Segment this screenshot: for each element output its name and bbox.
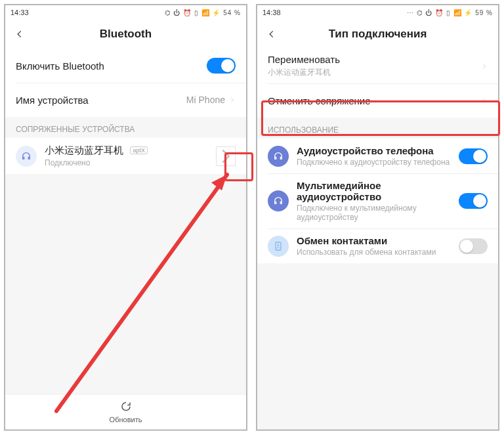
usage-media-audio-toggle[interactable]: [459, 193, 488, 209]
chevron-right-icon: [481, 95, 488, 106]
refresh-label[interactable]: Обновить: [110, 416, 142, 424]
chevron-left-icon: [267, 30, 276, 39]
usage-phone-audio-row[interactable]: Аудиоустройство телефона Подключено к ау…: [257, 139, 498, 173]
usage-contacts-toggle[interactable]: [459, 238, 488, 254]
usage-media-audio-row[interactable]: Мультимедийное аудиоустройство Подключен…: [257, 173, 498, 229]
usage-phone-audio-title: Аудиоустройство телефона: [297, 145, 459, 156]
rename-label: Переименовать: [268, 54, 340, 65]
paired-device-status: Подключено: [45, 158, 216, 167]
refresh-icon[interactable]: [120, 401, 132, 415]
status-bar: 14:38 ⋯ ⌬ ⏻ ⏰ ▯ 📶 ⚡ 59 %: [257, 5, 498, 20]
status-icons: ⋯ ⌬ ⏻ ⏰ ▯ 📶 ⚡ 59 %: [407, 9, 493, 16]
header: Тип подключения: [257, 20, 498, 49]
section-paired-header: СОПРЯЖЕННЫЕ УСТРОЙСТВА: [5, 117, 246, 138]
status-time: 14:33: [10, 9, 29, 16]
usage-media-audio-title: Мультимедийное аудиоустройство: [297, 180, 459, 202]
status-time: 14:38: [262, 9, 281, 16]
rename-sub: 小米运动蓝牙耳机: [268, 67, 340, 78]
status-icons: ⌬ ⏻ ⏰ ▯ 📶 ⚡ 54 %: [165, 9, 241, 16]
chevron-right-icon: [229, 94, 236, 106]
usage-phone-audio-sub: Подключено к аудиоустройству телефона: [297, 158, 459, 167]
phone-right: 14:38 ⋯ ⌬ ⏻ ⏰ ▯ 📶 ⚡ 59 % Тип подключения…: [256, 4, 499, 431]
chevron-right-icon: [217, 147, 235, 165]
chevron-left-icon: [15, 30, 24, 39]
device-name-label: Имя устройства: [16, 95, 89, 106]
rename-row[interactable]: Переименовать 小米运动蓝牙耳机: [257, 49, 498, 83]
device-name-row[interactable]: Имя устройства Mi Phone: [5, 83, 246, 117]
enable-bluetooth-toggle[interactable]: [207, 58, 236, 74]
enable-bluetooth-row[interactable]: Включить Bluetooth: [5, 49, 246, 83]
paired-device-name: 小米运动蓝牙耳机: [45, 144, 123, 156]
svg-point-1: [278, 244, 280, 246]
device-details-button[interactable]: [216, 146, 236, 166]
header: Bluetooth: [5, 20, 246, 49]
usage-media-audio-sub: Подключено к мультимедийному аудиоустрой…: [297, 204, 459, 222]
section-usage-header: ИСПОЛЬЗОВАНИЕ: [257, 118, 498, 139]
usage-contacts-title: Обмен контактами: [297, 235, 459, 246]
page-title: Bluetooth: [100, 28, 152, 41]
usage-contacts-row[interactable]: Обмен контактами Использовать для обмена…: [257, 229, 498, 263]
phone-left: 14:33 ⌬ ⏻ ⏰ ▯ 📶 ⚡ 54 % Bluetooth Включит…: [4, 4, 247, 431]
usage-phone-audio-toggle[interactable]: [459, 148, 488, 164]
bottom-bar: Обновить: [5, 394, 246, 429]
headphones-icon: [268, 190, 289, 211]
headphones-icon: [268, 146, 289, 167]
codec-badge: aptX: [130, 146, 148, 154]
back-button[interactable]: [264, 26, 280, 42]
device-name-value: Mi Phone: [186, 95, 225, 105]
contacts-icon: [268, 236, 289, 257]
page-title: Тип подключения: [329, 28, 427, 41]
status-bar: 14:33 ⌬ ⏻ ⏰ ▯ 📶 ⚡ 54 %: [5, 5, 246, 20]
unpair-label: Отменить сопряжение: [268, 95, 371, 106]
usage-contacts-sub: Использовать для обмена контактами: [297, 248, 459, 257]
headphones-icon: [16, 146, 37, 167]
back-button[interactable]: [12, 26, 28, 42]
enable-bluetooth-label: Включить Bluetooth: [16, 60, 104, 72]
paired-device-row[interactable]: 小米运动蓝牙耳机 aptX Подключено: [5, 138, 246, 174]
unpair-row[interactable]: Отменить сопряжение: [257, 83, 498, 118]
chevron-right-icon: [481, 60, 488, 72]
